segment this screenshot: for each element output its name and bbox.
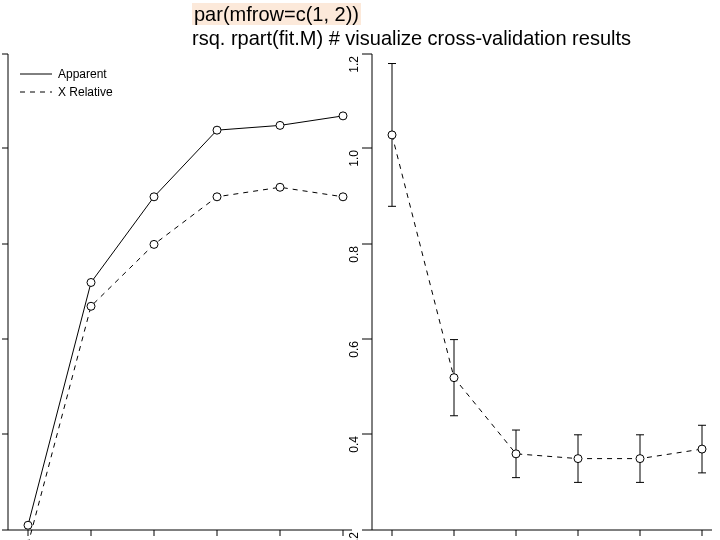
svg-point-68 <box>450 374 458 382</box>
svg-point-24 <box>87 302 95 310</box>
svg-point-19 <box>150 193 158 201</box>
svg-point-69 <box>512 450 520 458</box>
chart-right: 0.2 0.4 0.6 0.8 1.0 1.2 <box>347 54 712 540</box>
svg-point-27 <box>276 183 284 191</box>
svg-text:0.6: 0.6 <box>347 341 361 358</box>
svg-text:0.2: 0.2 <box>347 532 361 540</box>
svg-point-18 <box>87 278 95 286</box>
left-yticks <box>2 54 8 530</box>
right-xticks <box>392 530 702 536</box>
svg-text:1.2: 1.2 <box>347 56 361 73</box>
svg-point-26 <box>213 193 221 201</box>
series-apparent <box>24 112 347 529</box>
code-line-1: par(mfrow=c(1, 2)) <box>192 3 361 25</box>
svg-point-21 <box>276 121 284 129</box>
svg-point-17 <box>24 521 32 529</box>
legend: Apparent X Relative <box>14 62 114 102</box>
plot-panels: Apparent X Relative 0.2 0.4 0.6 0.8 1.0 … <box>0 30 720 540</box>
legend-apparent-label: Apparent <box>58 67 107 81</box>
svg-text:1.0: 1.0 <box>347 150 361 167</box>
svg-point-72 <box>698 445 706 453</box>
svg-point-71 <box>636 455 644 463</box>
svg-point-20 <box>213 126 221 134</box>
legend-xrel-label: X Relative <box>58 85 113 99</box>
svg-point-70 <box>574 455 582 463</box>
left-xticks <box>28 530 343 536</box>
svg-text:0.4: 0.4 <box>347 436 361 453</box>
chart-left: Apparent X Relative <box>2 54 352 540</box>
svg-point-25 <box>150 240 158 248</box>
series-xerror <box>388 64 706 483</box>
svg-point-22 <box>339 112 347 120</box>
series-xrel <box>24 183 347 540</box>
right-yticks: 0.2 0.4 0.6 0.8 1.0 1.2 <box>347 54 372 540</box>
svg-point-28 <box>339 193 347 201</box>
svg-point-67 <box>388 131 396 139</box>
svg-text:0.8: 0.8 <box>347 246 361 263</box>
